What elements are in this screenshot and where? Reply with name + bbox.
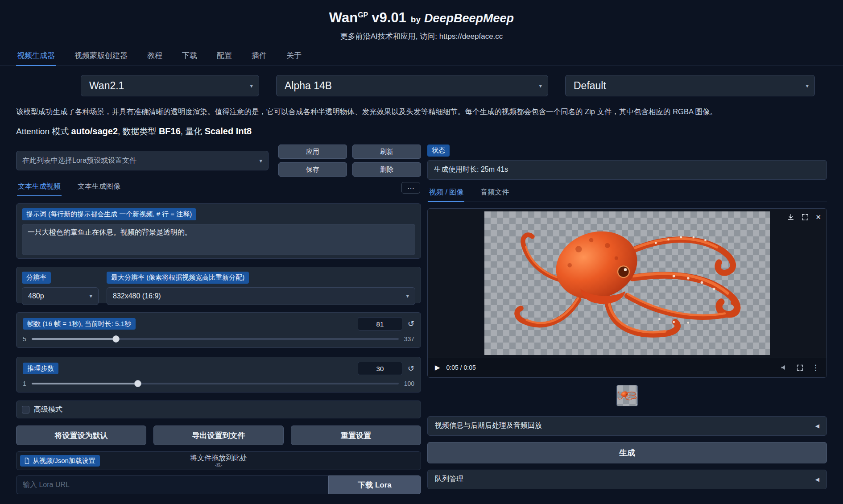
collapse-arrow-icon: ◀ <box>815 476 819 483</box>
close-icon[interactable]: ✕ <box>815 214 821 220</box>
title-version: v9.01 <box>372 10 406 25</box>
main-nav: 视频生成器 视频蒙版创建器 教程 下载 配置 插件 关于 <box>0 47 843 66</box>
tab-tutorial[interactable]: 教程 <box>146 47 163 66</box>
tab-text-to-image[interactable]: 文本生成图像 <box>77 179 121 196</box>
tab-text-to-video[interactable]: 文本生成视频 <box>17 179 62 196</box>
video-info-accordion-label: 视频信息与后期后处理及音频回放 <box>435 421 542 430</box>
model-family-select[interactable]: Wan2.1 ▾ <box>81 75 259 96</box>
advanced-mode-checkbox[interactable] <box>22 406 29 413</box>
main-content: 在此列表中选择Lora预设或设置文件 ▾ 应用 刷新 保存 删除 文本生成视频 … <box>0 137 843 494</box>
title-sup: GP <box>358 11 368 19</box>
max-resolution-select[interactable]: 832x480 (16:9) ▾ <box>107 287 415 305</box>
tab-audio[interactable]: 音频文件 <box>479 185 510 202</box>
model-preset-value: Default <box>574 80 606 92</box>
steps-max-label: 100 <box>404 380 414 387</box>
resolution-group-value: 480p <box>28 292 44 300</box>
load-settings-button[interactable]: 从视频/Json加载设置 <box>20 455 100 467</box>
lora-preset-select[interactable]: 在此列表中选择Lora预设或设置文件 ▾ <box>16 151 269 170</box>
steps-header: 推理步数 30 ↺ <box>23 362 414 375</box>
model-variant-select[interactable]: Alpha 14B ▾ <box>276 75 548 96</box>
settings-buttons-row: 将设置设为默认 导出设置到文件 重置设置 <box>16 426 421 445</box>
expand-icon[interactable] <box>801 213 809 221</box>
reset-settings-button[interactable]: 重置设置 <box>291 426 421 445</box>
tab-video-mask-creator[interactable]: 视频蒙版创建器 <box>74 47 128 66</box>
tab-plugins[interactable]: 插件 <box>251 47 268 66</box>
more-options-button[interactable]: ⋯ <box>401 182 420 194</box>
frames-value-input[interactable]: 81 <box>358 317 402 330</box>
generate-button[interactable]: 生成 <box>427 442 827 463</box>
kebab-menu-icon[interactable]: ⋮ <box>812 363 819 372</box>
dtype-value: BF16 <box>159 126 181 136</box>
slider-fill <box>32 383 138 384</box>
slider-handle[interactable] <box>112 335 120 343</box>
chevron-down-icon: ▾ <box>539 83 542 89</box>
resolution-group-select[interactable]: 480p ▾ <box>22 287 99 305</box>
frames-slider-row: 5 337 <box>23 335 414 343</box>
load-settings-label: 从视频/Json加载设置 <box>33 457 95 465</box>
delete-button[interactable]: 删除 <box>352 162 421 177</box>
prompt-input[interactable]: 一只大橙色的章鱼正在休息。视频的背景是透明的。 <box>22 224 415 255</box>
gallery-strip <box>427 385 827 406</box>
steps-value-input[interactable]: 30 <box>358 362 402 375</box>
frames-slider[interactable] <box>32 335 399 343</box>
steps-slider[interactable] <box>32 380 399 387</box>
resolution-block: 分辨率 480p ▾ 最大分辨率 (像素将根据视频宽高比重新分配) 832x48… <box>16 267 421 303</box>
download-lora-button[interactable]: 下载 Lora <box>328 475 421 494</box>
save-button[interactable]: 保存 <box>278 162 347 177</box>
video-controls-right: ⋮ <box>780 363 819 372</box>
play-button[interactable]: ▶ <box>435 364 440 372</box>
resolution-group: 分辨率 480p ▾ <box>22 272 99 298</box>
steps-block: 推理步数 30 ↺ 1 100 <box>16 357 421 392</box>
video-frame <box>484 211 770 355</box>
apply-button[interactable]: 应用 <box>278 145 347 159</box>
refresh-button[interactable]: 刷新 <box>352 145 421 159</box>
max-resolution-value: 832x480 (16:9) <box>113 292 161 300</box>
video-info-accordion[interactable]: 视频信息与后期后处理及音频回放 ◀ <box>427 416 827 436</box>
video-controls: ▶ 0:05 / 0:05 ⋮ <box>428 358 826 377</box>
set-default-button[interactable]: 将设置设为默认 <box>16 426 146 445</box>
frames-header: 帧数 (16 帧 = 1秒), 当前时长: 5.1秒 81 ↺ <box>23 317 414 330</box>
model-description: 该模型成功生成了各种场景，并具有准确清晰的透明度渲染。值得注意的是，它可以合成各… <box>16 107 827 117</box>
tab-about[interactable]: 关于 <box>285 47 302 66</box>
prompt-label: 提示词 (每行新的提示都会生成 一个新视频, # 行 = 注释) <box>22 208 196 220</box>
frames-label: 帧数 (16 帧 = 1秒), 当前时长: 5.1秒 <box>23 318 136 330</box>
tab-video-generator[interactable]: 视频生成器 <box>16 47 56 66</box>
advanced-mode-label: 高级模式 <box>34 405 62 414</box>
tab-config[interactable]: 配置 <box>216 47 233 66</box>
chevron-down-icon: ▾ <box>259 157 262 164</box>
attention-text: Attention 模式 <box>16 127 71 136</box>
lora-url-input[interactable] <box>16 475 328 494</box>
reset-icon[interactable]: ↺ <box>408 320 414 328</box>
chevron-down-icon: ▾ <box>89 293 92 299</box>
volume-icon[interactable] <box>780 364 788 372</box>
title-wan: Wan <box>329 10 358 25</box>
max-resolution-group: 最大分辨率 (像素将根据视频宽高比重新分配) 832x480 (16:9) ▾ <box>107 272 415 298</box>
octopus-video-image <box>484 211 770 355</box>
file-icon <box>25 458 29 464</box>
fullscreen-icon[interactable] <box>796 364 804 372</box>
attention-info: Attention 模式 auto/sage2, 数据类型 BF16, 量化 S… <box>16 126 827 137</box>
chevron-down-icon: ▾ <box>806 83 809 89</box>
steps-slider-row: 1 100 <box>23 380 414 387</box>
status-label: 状态 <box>427 145 450 157</box>
model-family-value: Wan2.1 <box>89 80 124 92</box>
generation-tabs: 文本生成视频 文本生成图像 ⋯ <box>16 180 421 196</box>
export-settings-button[interactable]: 导出设置到文件 <box>153 426 284 445</box>
preset-buttons: 应用 刷新 保存 删除 <box>278 145 421 177</box>
steps-min-label: 1 <box>23 380 26 387</box>
load-settings-dropzone[interactable]: 从视频/Json加载设置 将文件拖放到此处 -或- <box>16 451 421 470</box>
queue-accordion[interactable]: 队列管理 ◀ <box>427 470 827 489</box>
slider-handle[interactable] <box>134 380 141 387</box>
reset-icon[interactable]: ↺ <box>408 364 414 372</box>
tab-video-image[interactable]: 视频 / 图像 <box>428 185 464 202</box>
model-selector-row: Wan2.1 ▾ Alpha 14B ▾ Default ▾ <box>16 75 827 96</box>
model-variant-value: Alpha 14B <box>285 80 332 92</box>
video-player[interactable]: ✕ ▶ 0:05 / 0:05 ⋮ <box>427 208 827 378</box>
model-preset-select[interactable]: Default ▾ <box>565 75 815 96</box>
video-thumbnail[interactable] <box>616 385 638 406</box>
lora-download-row: 下载 Lora <box>16 475 421 494</box>
collapse-arrow-icon: ◀ <box>815 423 819 429</box>
page-title: WanGPv9.01byDeepBeepMeep <box>0 10 843 26</box>
tab-download[interactable]: 下载 <box>181 47 198 66</box>
download-icon[interactable] <box>787 213 795 221</box>
